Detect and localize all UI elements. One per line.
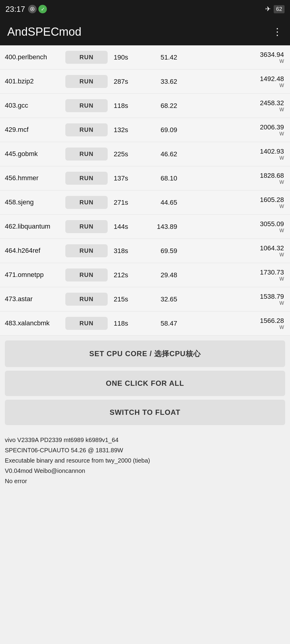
status-time: 23:17 [5, 5, 25, 14]
bench-time: 318s [114, 247, 144, 255]
run-button[interactable]: RUN [65, 220, 108, 233]
status-right: ✈ 62 [265, 5, 285, 13]
airplane-icon: ✈ [265, 5, 271, 13]
bench-name: 429.mcf [5, 125, 65, 134]
bench-score: 44.65 [144, 199, 177, 207]
one-click-for-all-button[interactable]: ONE CLICK FOR ALL [5, 371, 285, 396]
bench-name: 458.sjeng [5, 198, 65, 207]
bench-time: 212s [114, 271, 144, 279]
run-button[interactable]: RUN [65, 293, 108, 306]
power-unit: W [279, 276, 284, 282]
bench-name: 400.perlbench [5, 53, 65, 62]
bench-name: 462.libquantum [5, 222, 65, 231]
power-value: 2006.39 [260, 123, 284, 131]
power-value: 2458.32 [260, 99, 284, 107]
bench-score: 68.10 [144, 174, 177, 182]
benchmark-row: 462.libquantum RUN 144s 143.89 3055.09 W [0, 215, 290, 239]
status-left: 23:17 ✓ [5, 5, 47, 14]
power-value: 1402.93 [260, 148, 284, 155]
bench-power: 1605.28 W [177, 196, 285, 209]
benchmark-row: 464.h264ref RUN 318s 69.59 1064.32 W [0, 239, 290, 263]
bench-score: 69.09 [144, 126, 177, 134]
power-value: 1492.48 [260, 75, 284, 83]
check-icon: ✓ [38, 5, 47, 13]
content-area: 400.perlbench RUN 190s 51.42 3634.94 W 4… [0, 45, 290, 495]
bench-score: 51.42 [144, 54, 177, 61]
status-bar: 23:17 ✓ ✈ 62 [0, 0, 290, 18]
bench-power: 3634.94 W [177, 51, 285, 64]
bench-score: 29.48 [144, 271, 177, 279]
svg-marker-1 [32, 8, 34, 10]
bench-power: 1828.68 W [177, 172, 285, 185]
bench-time: 118s [114, 102, 144, 110]
power-unit: W [279, 301, 284, 306]
benchmark-row: 401.bzip2 RUN 287s 33.62 1492.48 W [0, 70, 290, 94]
bench-time: 215s [114, 295, 144, 303]
power-value: 1828.68 [260, 172, 284, 180]
run-button[interactable]: RUN [65, 123, 108, 136]
power-unit: W [279, 228, 284, 233]
bench-name: 471.omnetpp [5, 271, 65, 279]
benchmark-row: 429.mcf RUN 132s 69.09 2006.39 W [0, 118, 290, 142]
benchmark-row: 445.gobmk RUN 225s 46.62 1402.93 W [0, 142, 290, 166]
battery-level: 62 [276, 6, 282, 12]
bench-time: 118s [114, 320, 144, 327]
run-button[interactable]: RUN [65, 244, 108, 257]
bench-power: 2458.32 W [177, 99, 285, 112]
footer-info: vivo V2339A PD2339 mt6989 k6989v1_64 SPE… [0, 430, 290, 495]
status-icons: ✓ [28, 5, 47, 13]
bench-power: 1730.73 W [177, 268, 285, 282]
run-button[interactable]: RUN [65, 172, 108, 185]
footer-line-2: SPECINT06-CPUAUTO 54.26 @ 1831.89W [5, 445, 285, 455]
bench-time: 225s [114, 150, 144, 158]
action-buttons-area: SET CPU CORE / 选择CPU核心 ONE CLICK FOR ALL… [0, 336, 290, 430]
run-button[interactable]: RUN [65, 148, 108, 161]
run-button[interactable]: RUN [65, 317, 108, 330]
run-button[interactable]: RUN [65, 51, 108, 64]
power-unit: W [279, 83, 284, 88]
bench-time: 271s [114, 199, 144, 207]
benchmark-row: 400.perlbench RUN 190s 51.42 3634.94 W [0, 45, 290, 70]
bench-name: 456.hmmer [5, 174, 65, 183]
power-value: 3634.94 [260, 51, 284, 59]
bench-score: 69.59 [144, 247, 177, 255]
run-button[interactable]: RUN [65, 99, 108, 112]
bench-score: 58.47 [144, 320, 177, 327]
bench-power: 1492.48 W [177, 75, 285, 88]
bench-score: 33.62 [144, 78, 177, 86]
power-unit: W [279, 59, 284, 64]
run-button[interactable]: RUN [65, 75, 108, 88]
bench-score: 32.65 [144, 295, 177, 303]
bench-score: 143.89 [144, 223, 177, 231]
power-unit: W [279, 204, 284, 209]
bench-name: 445.gobmk [5, 150, 65, 158]
benchmark-row: 403.gcc RUN 118s 68.22 2458.32 W [0, 94, 290, 118]
overflow-menu-icon[interactable]: ⋮ [272, 26, 283, 37]
power-unit: W [279, 131, 284, 137]
benchmark-row: 458.sjeng RUN 271s 44.65 1605.28 W [0, 190, 290, 215]
power-value: 1538.79 [260, 293, 284, 301]
bench-power: 1538.79 W [177, 293, 285, 306]
footer-line-3: Executable binary and resource from twy_… [5, 455, 285, 466]
power-value: 1064.32 [260, 244, 284, 252]
power-unit: W [279, 252, 284, 258]
power-unit: W [279, 325, 284, 330]
benchmark-row: 483.xalancbmk RUN 118s 58.47 1566.28 W [0, 311, 290, 336]
set-cpu-core-button[interactable]: SET CPU CORE / 选择CPU核心 [5, 340, 285, 367]
power-value: 3055.09 [260, 220, 284, 228]
run-button[interactable]: RUN [65, 196, 108, 209]
bench-time: 137s [114, 174, 144, 182]
power-unit: W [279, 107, 284, 112]
benchmark-table: 400.perlbench RUN 190s 51.42 3634.94 W 4… [0, 45, 290, 336]
app-title: AndSPECmod [7, 25, 81, 38]
footer-line-5: No error [5, 476, 285, 486]
bench-name: 473.astar [5, 295, 65, 304]
switch-to-float-button[interactable]: SWITCH TO FLOAT [5, 400, 285, 425]
run-button[interactable]: RUN [65, 268, 108, 281]
bench-power: 1566.28 W [177, 317, 285, 330]
benchmark-row: 471.omnetpp RUN 212s 29.48 1730.73 W [0, 263, 290, 287]
bench-name: 483.xalancbmk [5, 319, 65, 328]
power-value: 1605.28 [260, 196, 284, 204]
bench-name: 464.h264ref [5, 246, 65, 255]
bench-time: 132s [114, 126, 144, 134]
